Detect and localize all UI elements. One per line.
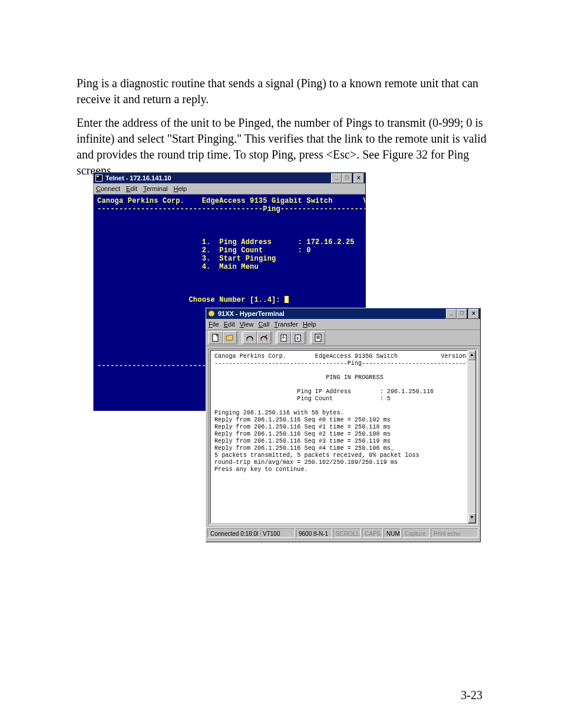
- term1-prompt: Choose Number [1..4]:: [189, 296, 285, 304]
- t2-count-val: : 5: [380, 396, 391, 402]
- minimize-button[interactable]: _: [446, 309, 457, 319]
- t2-out-6: 5 packets transmitted, 5 packets receive…: [214, 452, 419, 459]
- close-button[interactable]: ×: [468, 309, 479, 319]
- svg-marker-6: [226, 335, 233, 340]
- menu-terminal[interactable]: Terminal: [143, 185, 168, 193]
- menu-call[interactable]: Call: [258, 320, 269, 329]
- hyper-title-text: 91XX - HyperTerminal: [218, 309, 446, 318]
- menu-3-num: 3.: [202, 255, 211, 263]
- menu-4-label: Main Menu: [219, 263, 259, 271]
- t2-status: PING IN PROGRESS: [326, 374, 384, 381]
- toolbar-separator: [306, 332, 310, 344]
- menu-transfer[interactable]: Transfer: [274, 320, 298, 329]
- receive-file-icon[interactable]: [291, 331, 305, 344]
- body-paragraph-1: Ping is a diagnostic routine that sends …: [77, 75, 489, 107]
- phone-disconnect-icon[interactable]: [257, 331, 271, 344]
- t2-hdr-right: Version 2.00: [441, 353, 467, 360]
- svg-rect-14: [315, 334, 321, 341]
- status-printecho: Print echo: [431, 528, 478, 538]
- minimize-button[interactable]: _: [331, 173, 342, 183]
- hyper-menubar: File Edit View Call Transfer Help: [206, 319, 480, 330]
- vertical-scrollbar[interactable]: ▲ ▼: [468, 350, 476, 523]
- hyper-client-area: Canoga Perkins Corp. EdgeAccess 9135G Sw…: [209, 348, 478, 525]
- menu-edit[interactable]: Edit: [224, 320, 235, 329]
- term1-hdr-center: EdgeAccess 9135 Gigabit Switch: [202, 197, 333, 205]
- svg-rect-10: [266, 339, 267, 341]
- t2-ip-label: Ping IP Address: [297, 388, 351, 395]
- term1-hdr-right: Version 1.03: [363, 197, 366, 205]
- menu-4-num: 4.: [202, 263, 211, 271]
- t2-ip-val: : 206.1.250.116: [380, 388, 434, 395]
- hyper-title-bar[interactable]: 91XX - HyperTerminal _ □ ×: [206, 308, 480, 319]
- menu-2-val: : 0: [298, 246, 311, 255]
- hyperterminal-app-icon: [207, 309, 216, 318]
- telnet-menubar: Connect Edit Terminal Help: [94, 183, 365, 195]
- status-caps: CAPS: [362, 528, 383, 538]
- status-connected: Connected 0:18:08: [207, 528, 259, 538]
- term1-hdr-left: Canoga Perkins Corp.: [97, 197, 184, 205]
- svg-rect-4: [211, 315, 212, 317]
- status-scroll: SCROLL: [333, 528, 361, 538]
- close-button[interactable]: ×: [353, 173, 364, 183]
- text-cursor-icon: [285, 296, 289, 303]
- svg-rect-2: [97, 176, 99, 177]
- page-number: 3-23: [461, 687, 482, 703]
- hyper-statusbar: Connected 0:18:08 VT100 9600 8-N-1 SCROL…: [206, 528, 480, 541]
- open-folder-icon[interactable]: [223, 331, 237, 344]
- scrollbar-track[interactable]: [468, 360, 475, 513]
- send-file-icon[interactable]: [277, 331, 291, 344]
- properties-icon[interactable]: [311, 331, 325, 344]
- hyper-terminal-viewport[interactable]: Canoga Perkins Corp. EdgeAccess 9135G Sw…: [210, 350, 468, 523]
- menu-1-num: 1.: [202, 238, 211, 246]
- menu-view[interactable]: View: [240, 320, 254, 329]
- telnet-sysbuttons: _ □ ×: [331, 173, 364, 183]
- menu-edit[interactable]: Edit: [126, 185, 137, 193]
- telnet-title-text: Telnet - 172.16.141.10: [105, 174, 331, 183]
- menu-file[interactable]: File: [209, 320, 219, 329]
- menu-help[interactable]: Help: [174, 185, 187, 193]
- svg-rect-7: [246, 339, 248, 341]
- telnet-title-bar[interactable]: Telnet - 172.16.141.10 _ □ ×: [94, 173, 365, 183]
- menu-1-label: Ping Address: [219, 238, 272, 246]
- term1-section: Ping: [263, 205, 280, 213]
- status-num: NUM: [384, 528, 401, 538]
- svg-rect-9: [260, 339, 262, 341]
- t2-out-2: Reply from 206.1.250.116 Seq #1 time = 2…: [214, 424, 391, 430]
- t2-out-5: Reply from 206.1.250.116 Seq #4 time = 2…: [214, 445, 394, 452]
- body-paragraph-2: Enter the address of the unit to be Ping…: [77, 115, 489, 179]
- t2-section: Ping: [348, 360, 362, 367]
- menu-2-label: Ping Count: [219, 246, 263, 255]
- menu-connect-label: Connect: [96, 185, 120, 192]
- menu-2-num: 2.: [202, 246, 211, 255]
- telnet-app-icon: [95, 174, 103, 182]
- hyperterminal-window: 91XX - HyperTerminal _ □ × File Edit Vie…: [206, 308, 481, 542]
- t2-count-label: Ping Count: [297, 396, 333, 402]
- menu-connect[interactable]: Connect: [96, 185, 120, 193]
- menu-3-label: Start Pinging: [219, 255, 276, 263]
- phone-connect-icon[interactable]: [243, 331, 257, 344]
- status-comm: 9600 8-N-1: [296, 528, 332, 538]
- maximize-button[interactable]: □: [342, 173, 352, 183]
- t2-out-0: Pinging 206.1.250.116 with 56 bytes.: [214, 410, 344, 416]
- status-capture: Capture: [402, 528, 430, 538]
- hyper-terminal-content: Canoga Perkins Corp. EdgeAccess 9135G Sw…: [211, 351, 467, 476]
- hyper-toolbar: [206, 330, 480, 346]
- menu-1-val: : 172.16.2.25: [298, 238, 355, 246]
- scroll-down-icon[interactable]: ▼: [468, 513, 475, 523]
- menu-help[interactable]: Help: [303, 320, 316, 329]
- status-emulation: VT100: [260, 528, 295, 538]
- t2-out-3: Reply from 206.1.250.116 Seq #2 time = 2…: [214, 431, 391, 437]
- t2-out-4: Reply from 206.1.250.116 Seq #3 time = 2…: [214, 438, 391, 444]
- t2-out-8: Press any key to continue.: [214, 466, 308, 473]
- t2-hdr-left: Canoga Perkins Corp.: [214, 353, 286, 360]
- toolbar-separator: [272, 332, 276, 344]
- scroll-up-icon[interactable]: ▲: [468, 351, 475, 360]
- t2-hdr-center: EdgeAccess 9135G Switch: [315, 353, 398, 360]
- t2-out-1: Reply from 206.1.250.116 Seq #0 time = 2…: [214, 417, 391, 423]
- toolbar-separator: [237, 332, 242, 344]
- svg-rect-8: [252, 339, 253, 341]
- maximize-button[interactable]: □: [457, 309, 467, 319]
- t2-out-7: round-trip min/avg/max = 250.102/250.109…: [214, 459, 398, 466]
- hyper-sysbuttons: _ □ ×: [446, 309, 479, 319]
- new-doc-icon[interactable]: [209, 331, 223, 344]
